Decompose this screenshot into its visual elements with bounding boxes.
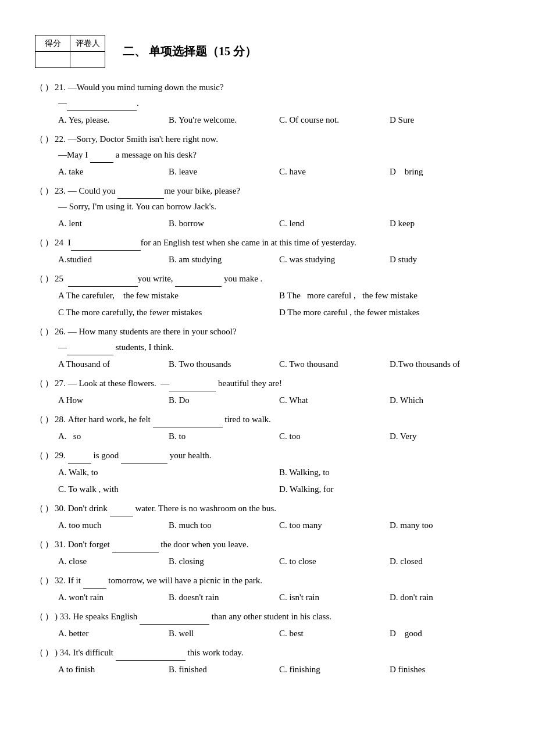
question-26: （ ） 26. — How many students are there in… — [35, 324, 500, 372]
score-label: 得分 — [35, 35, 70, 52]
q22-optC: C. have — [279, 164, 390, 180]
q32-num: 32. — [55, 573, 66, 589]
q22-num: 22. — [55, 131, 66, 147]
q30-num: 30. — [55, 501, 66, 516]
q24-num: 24 — [55, 235, 63, 251]
q23-text: — Could you me your bike, please? — [68, 183, 500, 199]
q27-blank — [169, 382, 216, 391]
q32-optA: A. won't rain — [58, 590, 169, 605]
q24-optB: B. am studying — [169, 252, 279, 268]
q29-text: is good your health. — [68, 448, 500, 463]
q28-line1: （ ） 28. After hard work, he felt tired t… — [35, 412, 500, 427]
q25-blank2 — [175, 277, 222, 287]
q32-blank — [83, 579, 106, 589]
q33-optB: B. well — [169, 626, 279, 641]
q24-text: Ifor an English test when she came in at… — [66, 235, 500, 251]
q24-optC: C. was studying — [279, 252, 390, 268]
q26-optD: D.Two thousands of — [390, 356, 500, 372]
q30-rparen: ） — [45, 501, 54, 516]
q31-rparen: ） — [45, 537, 54, 552]
q24-rparen: ） — [45, 235, 54, 251]
q30-blank — [110, 507, 133, 516]
q28-rparen: ） — [45, 412, 54, 427]
question-22: （ ） 22. —Sorry, Doctor Smith isn't here … — [35, 131, 500, 180]
question-27: （ ） 27. — Look at these flowers. — beaut… — [35, 376, 500, 408]
q22-optA: A. take — [58, 164, 169, 180]
q34-options: A to finish B. finished C. finishing D f… — [35, 662, 500, 677]
q25-options-row1: A The carefuler, the few mistake B The m… — [35, 288, 500, 304]
q33-blank — [140, 615, 209, 625]
q27-options: A How B. Do C. What D. Which — [35, 393, 500, 408]
q32-paren: （ — [35, 573, 44, 589]
q23-blank1 — [117, 190, 164, 199]
q25-rparen: ） — [45, 271, 54, 287]
q21-optB: B. You're welcome. — [169, 112, 279, 128]
q31-optA: A. close — [58, 554, 169, 569]
q23-optB: B. borrow — [169, 216, 279, 231]
q21-options: A. Yes, please. B. You're welcome. C. Of… — [35, 112, 500, 128]
question-31: （ ） 31. Don't forget the door when you l… — [35, 537, 500, 569]
q27-paren: （ — [35, 376, 44, 391]
q30-optC: C. too many — [279, 518, 390, 533]
q22-paren: （ — [35, 131, 44, 147]
q29-optC: C. To walk , with — [58, 482, 279, 497]
question-21: （ ） 21. —Would you mind turning down the… — [35, 80, 500, 128]
q34-line1: （ ） ) 34. It's difficult this work today… — [35, 645, 500, 661]
q23-rparen: ） — [45, 183, 54, 199]
q21-blank — [67, 102, 137, 111]
reviewer-cell — [70, 52, 105, 68]
q25-optB: B The more careful , the few mistake — [279, 288, 500, 304]
q28-optC: C. too — [279, 429, 390, 444]
q26-paren: （ — [35, 324, 44, 340]
q32-text: If it tomorrow, we will have a picnic in… — [68, 573, 500, 589]
q28-blank — [153, 418, 223, 427]
q21-optA: A. Yes, please. — [58, 112, 169, 128]
question-24: （ ） 24 Ifor an English test when she cam… — [35, 235, 500, 268]
q27-optD: D. Which — [390, 393, 500, 408]
q22-sub: —May I a message on his desk? — [35, 147, 500, 163]
question-25: （ ） 25 you write, you make . A The caref… — [35, 271, 500, 320]
q24-options: A.studied B. am studying C. was studying… — [35, 252, 500, 268]
q28-options: A. so B. to C. too D. Very — [35, 429, 500, 444]
q22-optB: B. leave — [169, 164, 279, 180]
q27-text: — Look at these flowers. — beautiful the… — [68, 376, 500, 391]
q29-blank2 — [121, 454, 167, 463]
q21-rparen: ） — [45, 80, 54, 95]
q34-optA: A to finish — [58, 662, 169, 677]
q34-num: ) 34. — [55, 645, 71, 661]
q22-blank — [90, 154, 113, 163]
q30-line1: （ ） 30. Don't drink water. There is no w… — [35, 501, 500, 516]
score-table: 得分 评卷人 — [35, 35, 105, 68]
q26-optC: C. Two thousand — [279, 356, 390, 372]
q27-rparen: ） — [45, 376, 54, 391]
q31-optC: C. to close — [279, 554, 390, 569]
q26-options: A Thousand of B. Two thousands C. Two th… — [35, 356, 500, 372]
q33-text: He speaks English than any other student… — [73, 609, 501, 625]
q22-rparen: ） — [45, 131, 54, 147]
q34-paren: （ — [35, 645, 44, 661]
q34-optD: D finishes — [390, 662, 500, 677]
q22-line1: （ ） 22. —Sorry, Doctor Smith isn't here … — [35, 131, 500, 147]
q21-optD: D Sure — [390, 112, 500, 128]
q32-line1: （ ） 32. If it tomorrow, we will have a p… — [35, 573, 500, 589]
q23-paren: （ — [35, 183, 44, 199]
q23-num: 23. — [55, 183, 66, 199]
q22-optD: D bring — [390, 164, 500, 180]
q21-paren: （ — [35, 80, 44, 95]
q28-optB: B. to — [169, 429, 279, 444]
q27-line1: （ ） 27. — Look at these flowers. — beaut… — [35, 376, 500, 391]
q25-optC: C The more carefully, the fewer mistakes — [58, 305, 279, 320]
q33-options: A. better B. well C. best D good — [35, 626, 500, 641]
question-32: （ ） 32. If it tomorrow, we will have a p… — [35, 573, 500, 605]
q23-options: A. lent B. borrow C. lend D keep — [35, 216, 500, 231]
question-29: （ ） 29. is good your health. A. Walk, to… — [35, 448, 500, 497]
question-34: （ ） ) 34. It's difficult this work today… — [35, 645, 500, 677]
q29-num: 29. — [55, 448, 66, 463]
q25-paren: （ — [35, 271, 44, 287]
questions-container: （ ） 21. —Would you mind turning down the… — [35, 80, 500, 677]
q27-optA: A How — [58, 393, 169, 408]
q29-rparen: ） — [45, 448, 54, 463]
q33-optC: C. best — [279, 626, 390, 641]
question-33: （ ） ) 33. He speaks English than any oth… — [35, 609, 500, 641]
q33-optD: D good — [390, 626, 500, 641]
